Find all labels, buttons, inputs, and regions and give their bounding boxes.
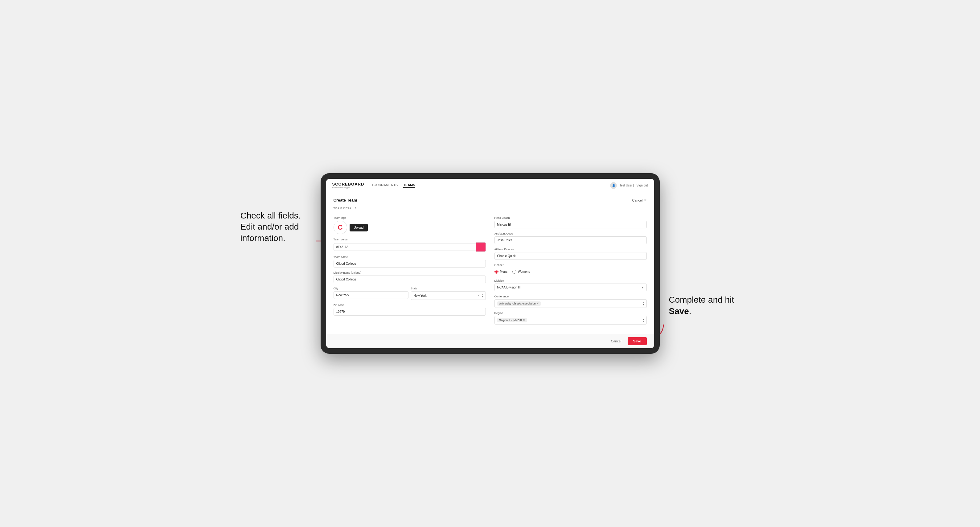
gender-mens-option[interactable]: Mens [495,270,508,274]
logo-row: C Upload [334,221,486,234]
form-footer: Cancel Save [326,334,654,348]
form-left-col: Team logo C Upload Team colour [334,216,486,328]
tablet-screen: SCOREBOARD Powered by clippd TOURNAMENTS… [326,179,654,348]
region-select[interactable]: Region II - (M) DIII ✕ ▲▼ [495,316,647,324]
city-state-field: City State New York ✕ ▲▼ [334,287,486,300]
annotation-left: Check all fields. Edit and/or add inform… [240,210,311,244]
form-grid: Team logo C Upload Team colour [334,216,647,328]
team-name-field: Team name [334,256,486,268]
team-name-input[interactable] [334,260,486,268]
tablet-frame: SCOREBOARD Powered by clippd TOURNAMENTS… [321,173,660,354]
zip-label: Zip code [334,303,486,306]
navbar-right: 👤 Test User | Sign out [610,182,648,189]
state-clear-icon[interactable]: ✕ [477,294,480,297]
user-avatar: 👤 [610,182,617,189]
cancel-x-button[interactable]: Cancel ✕ [632,198,646,202]
team-colour-input[interactable] [334,243,476,251]
color-input-row [334,242,486,252]
form-right-col: Head Coach Assistant Coach Athletic Dire… [495,216,647,328]
display-name-label: Display name (unique) [334,271,486,274]
team-logo-field: Team logo C Upload [334,216,486,234]
nav-teams[interactable]: TEAMS [403,183,415,188]
brand-subtitle: Powered by clippd [332,186,364,189]
division-select[interactable]: NCAA Division III [495,284,647,291]
assistant-coach-input[interactable] [495,237,647,244]
region-chevron-icon: ▲▼ [643,318,644,322]
head-coach-field: Head Coach [495,216,647,229]
state-chevron-icon: ▲▼ [482,294,484,298]
create-team-header: Create Team Cancel ✕ [334,198,647,203]
division-label: Division [495,279,647,282]
gender-label: Gender [495,264,647,267]
gender-field: Gender Mens Womens [495,264,647,276]
team-logo-label: Team logo [334,216,486,219]
conference-tag-text: University Athletic Association [499,302,536,305]
navbar: SCOREBOARD Powered by clippd TOURNAMENTS… [326,179,654,192]
athletic-director-label: Athletic Director [495,248,647,251]
brand-title: SCOREBOARD [332,182,364,186]
gender-mens-radio[interactable] [495,270,498,274]
team-colour-field: Team colour [334,238,486,252]
state-col: State New York ✕ ▲▼ [411,287,486,300]
cancel-button[interactable]: Cancel [608,338,625,345]
annotation-right: Complete and hit Save. [669,294,740,317]
city-input[interactable] [334,291,409,299]
zip-input[interactable] [334,308,486,316]
state-value: New York [414,294,426,297]
city-state-row: City State New York ✕ ▲▼ [334,287,486,300]
close-icon: ✕ [644,198,647,202]
gender-mens-label: Mens [500,270,508,273]
user-label: Test User | [619,184,634,187]
brand: SCOREBOARD Powered by clippd [332,182,364,189]
conference-tag-close-icon[interactable]: ✕ [537,302,539,305]
head-coach-label: Head Coach [495,216,647,219]
gender-womens-option[interactable]: Womens [512,270,530,274]
sign-out-link[interactable]: Sign out [636,184,648,187]
region-tag: Region II - (M) DIII ✕ [497,318,527,322]
head-coach-input[interactable] [495,221,647,229]
gender-womens-radio[interactable] [512,270,516,274]
gender-womens-label: Womens [518,270,530,273]
main-content: Create Team Cancel ✕ TEAM DETAILS Team l… [326,192,654,334]
upload-button[interactable]: Upload [350,224,368,232]
city-col: City [334,287,409,300]
display-name-field: Display name (unique) [334,271,486,283]
assistant-coach-field: Assistant Coach [495,232,647,244]
region-tag-text: Region II - (M) DIII [499,319,522,322]
region-tag-close-icon[interactable]: ✕ [523,319,525,321]
zip-code-field: Zip code [334,303,486,316]
conference-field: Conference University Athletic Associati… [495,295,647,308]
logo-preview: C [334,221,347,234]
nav-links: TOURNAMENTS TEAMS [371,183,610,188]
state-label: State [411,287,486,290]
athletic-director-input[interactable] [495,252,647,260]
display-name-input[interactable] [334,276,486,283]
state-select[interactable]: New York ✕ ▲▼ [411,291,486,300]
page-title: Create Team [334,198,357,203]
gender-radio-group: Mens Womens [495,268,647,276]
conference-chevron-icon: ▲▼ [643,302,644,306]
nav-tournaments[interactable]: TOURNAMENTS [371,183,398,188]
region-label: Region [495,311,647,315]
division-select-wrapper: NCAA Division III ▼ [495,284,647,291]
section-label: TEAM DETAILS [334,207,647,212]
conference-label: Conference [495,295,647,298]
team-colour-label: Team colour [334,238,486,241]
conference-tag: University Athletic Association ✕ [497,302,541,306]
athletic-director-field: Athletic Director [495,248,647,260]
conference-select[interactable]: University Athletic Association ✕ ▲▼ [495,299,647,308]
city-label: City [334,287,409,290]
team-name-label: Team name [334,256,486,259]
division-field: Division NCAA Division III ▼ [495,279,647,291]
region-field: Region Region II - (M) DIII ✕ ▲▼ [495,311,647,324]
color-swatch[interactable] [476,242,486,252]
assistant-coach-label: Assistant Coach [495,232,647,235]
save-button[interactable]: Save [628,337,647,345]
